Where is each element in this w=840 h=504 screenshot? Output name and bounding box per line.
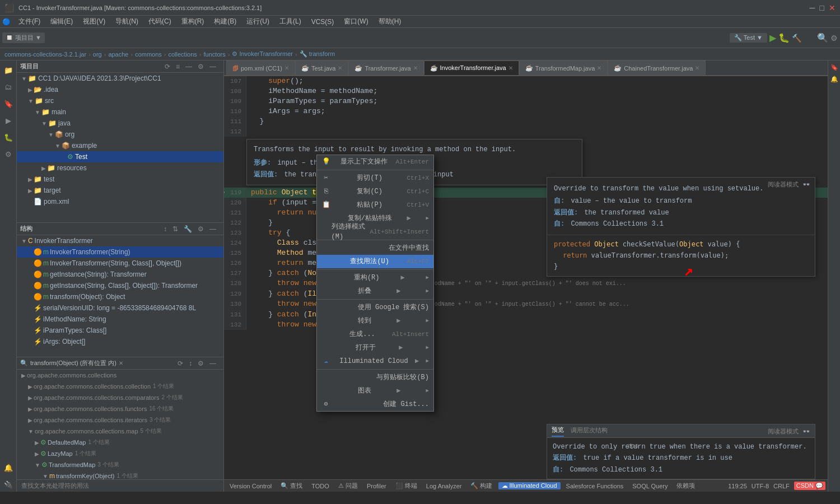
- terminal-btn[interactable]: ⬛ 终端: [392, 482, 421, 490]
- tab-chainedtransformerjava[interactable]: ☕ ChainedTransformer.java ✕: [608, 60, 706, 75]
- menu-nav[interactable]: 导航(N): [111, 16, 143, 27]
- tree-item-src[interactable]: ▼ 📁 src: [17, 95, 223, 106]
- structure-settings-icon[interactable]: ⚙: [196, 225, 206, 234]
- tab-transformerjava[interactable]: ☕ Transformer.java ✕: [348, 60, 423, 75]
- tree-item-org[interactable]: ▼ 📦 org: [17, 129, 223, 140]
- project-sync-icon[interactable]: ⟳: [163, 62, 172, 71]
- run-btn[interactable]: ▶: [769, 32, 776, 43]
- build-btn-status[interactable]: 🔨 构建: [467, 482, 496, 490]
- right-notification-icon[interactable]: 🔔: [829, 74, 839, 84]
- debug-btn[interactable]: 🐛: [778, 32, 790, 43]
- project-collapse-icon[interactable]: —: [184, 62, 194, 71]
- structure-item-iparamtypes[interactable]: ▶ ⚡ iParamTypes: Class[]: [17, 325, 223, 336]
- tree-item-target[interactable]: ▶ 📁 target: [17, 185, 223, 196]
- salesforce-btn[interactable]: Salesforce Functions: [563, 483, 627, 489]
- ctx-item-column-mode[interactable]: 列选择模式(M) Alt+Shift+Insert: [317, 225, 433, 239]
- sidebar-project-icon[interactable]: 📁: [1, 63, 16, 77]
- soql-btn[interactable]: SOQL Query: [629, 483, 671, 489]
- dependency-btn[interactable]: 依赖项: [673, 482, 698, 490]
- bottom-tab-preview[interactable]: 预览: [552, 425, 564, 437]
- ctx-item-find-usages[interactable]: 查找用法(U) Alt+F7: [317, 255, 433, 268]
- ctx-item-fold[interactable]: 折叠 ▶: [317, 284, 433, 298]
- ctx-item-actions[interactable]: 💡 显示上下文操作 Alt+Enter: [317, 155, 433, 169]
- project-settings-icon[interactable]: ⚙: [196, 62, 206, 71]
- ctx-item-generate[interactable]: 生成... Alt+Insert: [317, 328, 433, 341]
- menu-code[interactable]: 代码(C): [144, 16, 176, 27]
- encoding-utf8[interactable]: UTF-8: [752, 483, 769, 489]
- run-config[interactable]: 🔧 Test ▼: [730, 33, 767, 43]
- log-analyzer-btn[interactable]: Log Analyzer: [423, 483, 465, 489]
- tree-item-cc1[interactable]: ▼ 📁 CC1 D:\JAVA\IDEA 2021.3.3\Project\CC…: [17, 73, 223, 84]
- breadcrumb-collections[interactable]: collections: [169, 51, 197, 58]
- tree-item-java[interactable]: ▼ 📁 java: [17, 118, 223, 129]
- close-btn[interactable]: ✕: [829, 3, 836, 12]
- ctx-item-compare-clipboard[interactable]: 与剪贴板比较(B): [317, 371, 433, 384]
- ctx-item-paste[interactable]: 📋 粘贴(P) Ctrl+V: [317, 198, 433, 212]
- ctx-item-cut[interactable]: ✂ 剪切(T) Ctrl+X: [317, 171, 433, 185]
- structure-item-transform[interactable]: ▶ 🟠 m transform(Object): Object: [17, 291, 223, 302]
- sidebar-plugins-icon[interactable]: 🔌: [1, 477, 16, 492]
- breadcrumb-commons[interactable]: commons: [135, 51, 162, 58]
- sidebar-structure-icon[interactable]: 🗂: [1, 80, 16, 94]
- search-item-transformkey[interactable]: ▼ m transformKey(Object) 1 个结果: [17, 470, 223, 479]
- sidebar-run-icon[interactable]: ▶: [1, 113, 16, 128]
- search-group-collection[interactable]: ▶ org.apache.commons.collections.collect…: [17, 381, 223, 392]
- structure-sort1-icon[interactable]: ↕: [162, 225, 169, 234]
- structure-item-class[interactable]: ▼ C InvokerTransformer: [17, 235, 223, 246]
- ctx-item-create-gist[interactable]: ⊙ 创建 Gist...: [317, 398, 433, 411]
- search-everywhere-btn[interactable]: 🔍: [817, 32, 828, 43]
- ctx-item-copy[interactable]: ⎘ 复制(C) Ctrl+C: [317, 185, 433, 198]
- line-ending-crlf[interactable]: CRLF: [773, 483, 790, 489]
- ctx-item-goto[interactable]: 转到 ▶: [317, 314, 433, 328]
- bottom-tab-callhierarchy[interactable]: 调用层次结构: [571, 426, 608, 436]
- tab-transformedmapjava[interactable]: ☕ TransformedMap.java ✕: [519, 60, 608, 75]
- minimize-btn[interactable]: ─: [810, 3, 815, 12]
- structure-item-serialuid[interactable]: ▶ ⚡ serialVersionUID: long = -8653385846…: [17, 302, 223, 314]
- search-group-map[interactable]: ▼ org.apache.commons.collections.map 5 个…: [17, 426, 223, 437]
- tree-item-test-dir[interactable]: ▶ 📁 test: [17, 174, 223, 185]
- structure-item-getinstance1[interactable]: ▶ 🟠 m getInstance(String): Transformer: [17, 269, 223, 280]
- structure-item-iargs[interactable]: ▶ ⚡ iArgs: Object[]: [17, 336, 223, 347]
- breadcrumb-apache[interactable]: apache: [108, 51, 128, 58]
- breadcrumb-jar[interactable]: commons-collections-3.2.1.jar: [4, 51, 86, 58]
- search-item-lazymap[interactable]: ▶ ⚙ LazyMap 1 个结果: [17, 448, 223, 459]
- tab-invokertransformerjava[interactable]: ☕ InvokerTransformer.java ✕: [424, 60, 519, 75]
- search-item-defaultedmap[interactable]: ▶ ⚙ DefaultedMap 1 个结果: [17, 437, 223, 448]
- tree-item-resources[interactable]: ▶ 📁 resources: [17, 162, 223, 174]
- sidebar-notifications-icon[interactable]: 🔔: [1, 460, 16, 475]
- sidebar-settings-icon[interactable]: ⚙: [1, 147, 16, 161]
- menu-help[interactable]: 帮助(H): [374, 16, 406, 27]
- structure-filter-icon[interactable]: 🔧: [182, 225, 194, 234]
- structure-item-constructor1[interactable]: ▶ 🟠 m InvokerTransformer(String): [17, 246, 223, 258]
- ctx-item-find-in-file[interactable]: 在文件中查找: [317, 241, 433, 255]
- ctx-item-illuminated-cloud[interactable]: ☁ Illuminated Cloud ▶: [317, 354, 433, 368]
- menu-build[interactable]: 构建(B): [209, 16, 241, 27]
- search-group-comparators[interactable]: ▶ org.apache.commons.collections.compara…: [17, 392, 223, 403]
- search-group-functors[interactable]: ▶ org.apache.commons.collections.functor…: [17, 403, 223, 414]
- bottom-reader-mode[interactable]: 阅读器模式 👓: [768, 427, 810, 437]
- breadcrumb-transform[interactable]: 🔧 transform: [300, 50, 335, 58]
- ctx-item-diagram[interactable]: 图表 ▶: [317, 384, 433, 398]
- ctx-item-open-in[interactable]: 打开于 ▶: [317, 341, 433, 354]
- maximize-btn[interactable]: □: [820, 3, 824, 12]
- breadcrumb-functors[interactable]: functors: [204, 51, 226, 58]
- ctx-item-refactor[interactable]: 重构(R) ▶: [317, 271, 433, 284]
- menu-run[interactable]: 运行(U): [242, 16, 274, 27]
- structure-item-constructor2[interactable]: ▶ 🟠 m InvokerTransformer(String, Class[]…: [17, 258, 223, 269]
- menu-window[interactable]: 窗口(W): [339, 16, 372, 27]
- search-item-transformedmap[interactable]: ▼ ⚙ TransformedMap 3 个结果: [17, 459, 223, 470]
- tree-item-idea[interactable]: ▶ 📂 .idea: [17, 84, 223, 95]
- breadcrumb-invoker[interactable]: ⚙ InvokerTransformer: [232, 50, 293, 58]
- search-expand-icon[interactable]: ↕: [187, 359, 194, 368]
- structure-close-icon[interactable]: —: [208, 225, 218, 234]
- problems-btn[interactable]: ⚠ 问题: [335, 482, 361, 490]
- menu-vcs[interactable]: VCS(S): [307, 17, 339, 27]
- project-selector[interactable]: 🔲 项目目 ▼: [6, 34, 41, 42]
- project-expand-icon[interactable]: ≡: [174, 62, 181, 71]
- menu-edit[interactable]: 编辑(E): [46, 16, 77, 27]
- search-group-root[interactable]: ▶ org.apache.commons.collections: [17, 370, 223, 381]
- sidebar-bookmark-icon[interactable]: 🔖: [1, 96, 16, 111]
- tree-item-test[interactable]: ▶ ⚙ Test: [17, 151, 223, 162]
- tree-item-example[interactable]: ▼ 📦 example: [17, 140, 223, 151]
- menu-file[interactable]: 文件(F): [14, 16, 45, 27]
